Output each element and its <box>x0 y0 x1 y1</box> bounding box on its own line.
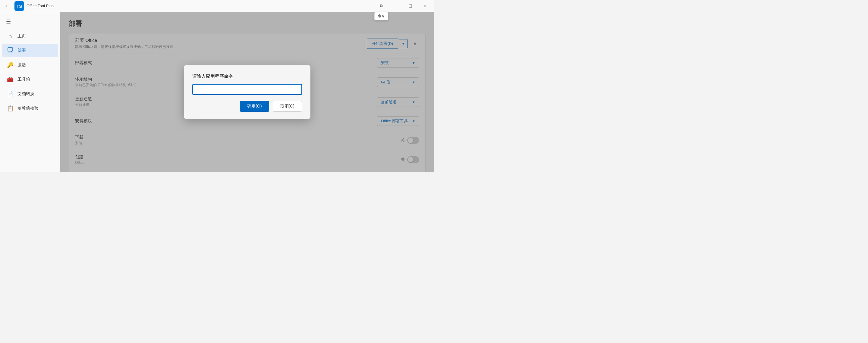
sidebar-item-home[interactable]: ⌂ 主页 <box>2 30 58 43</box>
toolbox-icon: 🧰 <box>7 76 14 83</box>
command-input[interactable] <box>192 84 302 95</box>
close-icon: ✕ <box>423 4 427 8</box>
dialog-buttons: 确定(O) 取消(C) <box>192 101 302 112</box>
sidebar-label-home: 主页 <box>18 33 26 39</box>
sidebar-item-activate[interactable]: 🔑 激活 <box>2 59 58 72</box>
sidebar-label-toolbox: 工具箱 <box>18 77 30 82</box>
activate-icon: 🔑 <box>7 62 14 68</box>
main-content: 部署 部署 Office 部署 Office 前，请确保部署模式设置正确，产品和… <box>60 12 434 172</box>
command-button[interactable]: ⧉ 命令 <box>374 1 388 11</box>
sidebar-label-hash: 哈希值校验 <box>18 106 38 111</box>
sidebar-menu-button[interactable]: ☰ <box>2 16 14 28</box>
sidebar-label-convert: 文档转换 <box>18 91 34 97</box>
sidebar-item-hash[interactable]: 📋 哈希值校验 <box>2 102 58 115</box>
window-controls: ⧉ 命令 ─ ☐ ✕ <box>374 1 432 11</box>
command-dialog: 请输入应用程序命令 确定(O) 取消(C) <box>184 65 310 119</box>
sidebar-item-convert[interactable]: 📄 文档转换 <box>2 87 58 101</box>
dialog-title: 请输入应用程序命令 <box>192 73 302 79</box>
dialog-cancel-button[interactable]: 取消(C) <box>273 101 302 112</box>
hash-icon: 📋 <box>7 105 14 112</box>
minimize-icon: ─ <box>394 4 397 8</box>
svg-rect-2 <box>8 47 13 51</box>
back-button[interactable]: ← <box>2 1 12 11</box>
maximize-icon: ☐ <box>408 4 412 8</box>
sidebar-label-deploy: 部署 <box>18 48 26 53</box>
sidebar: ☰ ⌂ 主页 部署 🔑 激活 🧰 工具箱 📄 文档转换 <box>0 12 60 172</box>
convert-icon: 📄 <box>7 91 14 97</box>
sidebar-label-activate: 激活 <box>18 62 26 68</box>
sidebar-item-toolbox[interactable]: 🧰 工具箱 <box>2 73 58 86</box>
app-layout: ☰ ⌂ 主页 部署 🔑 激活 🧰 工具箱 📄 文档转换 <box>0 12 434 172</box>
command-tooltip: 命令 <box>374 12 388 20</box>
close-button[interactable]: ✕ <box>418 1 432 11</box>
home-icon: ⌂ <box>7 33 14 39</box>
app-logo: TS <box>14 1 25 11</box>
app-title: Office Tool Plus <box>27 4 54 8</box>
dialog-overlay: 请输入应用程序命令 确定(O) 取消(C) <box>60 12 434 172</box>
maximize-button[interactable]: ☐ <box>403 1 417 11</box>
svg-text:TS: TS <box>17 4 22 9</box>
minimize-button[interactable]: ─ <box>389 1 403 11</box>
hamburger-icon: ☰ <box>6 19 11 25</box>
sidebar-item-deploy[interactable]: 部署 <box>2 44 58 57</box>
dialog-ok-button[interactable]: 确定(O) <box>240 101 269 112</box>
command-icon: ⧉ <box>380 3 383 8</box>
titlebar: ← TS Office Tool Plus ⧉ 命令 ─ ☐ ✕ <box>0 0 434 12</box>
deploy-icon <box>7 47 14 55</box>
